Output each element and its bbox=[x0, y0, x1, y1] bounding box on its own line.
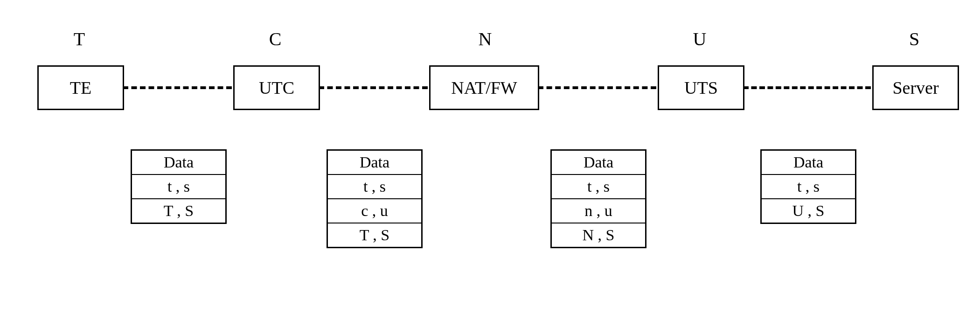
packet-2: Data t , s c , u T , S bbox=[327, 149, 423, 248]
link-NAT-UTS bbox=[538, 86, 656, 89]
node-NAT: NAT/FW bbox=[429, 65, 539, 110]
node-TE: TE bbox=[37, 65, 124, 110]
packet-3: Data t , s n , u N , S bbox=[550, 149, 646, 248]
packet-1-data: Data bbox=[132, 151, 225, 175]
packet-2-row2: c , u bbox=[328, 199, 421, 223]
node-UTC: UTC bbox=[233, 65, 320, 110]
packet-2-row3: T , S bbox=[328, 223, 421, 247]
packet-1: Data t , s T , S bbox=[131, 149, 227, 224]
packet-3-row2: n , u bbox=[552, 199, 645, 223]
packet-4-row1: t , s bbox=[762, 175, 855, 199]
packet-4: Data t , s U , S bbox=[760, 149, 856, 224]
label-C: C bbox=[261, 28, 289, 50]
packet-2-data: Data bbox=[328, 151, 421, 175]
packet-4-data: Data bbox=[762, 151, 855, 175]
packet-3-row1: t , s bbox=[552, 175, 645, 199]
node-UTS: UTS bbox=[658, 65, 744, 110]
packet-4-row2: U , S bbox=[762, 199, 855, 223]
label-S: S bbox=[900, 28, 928, 50]
packet-3-data: Data bbox=[552, 151, 645, 175]
packet-1-row2: T , S bbox=[132, 199, 225, 223]
link-TE-UTC bbox=[123, 86, 232, 89]
node-Server: Server bbox=[872, 65, 959, 110]
label-U: U bbox=[686, 28, 714, 50]
label-T: T bbox=[65, 28, 93, 50]
packet-1-row1: t , s bbox=[132, 175, 225, 199]
packet-3-row3: N , S bbox=[552, 223, 645, 247]
link-UTS-Server bbox=[743, 86, 871, 89]
label-N: N bbox=[471, 28, 499, 50]
diagram-canvas: T C N U S TE UTC NAT/FW UTS Server Data … bbox=[0, 0, 980, 328]
link-UTC-NAT bbox=[319, 86, 428, 89]
packet-2-row1: t , s bbox=[328, 175, 421, 199]
